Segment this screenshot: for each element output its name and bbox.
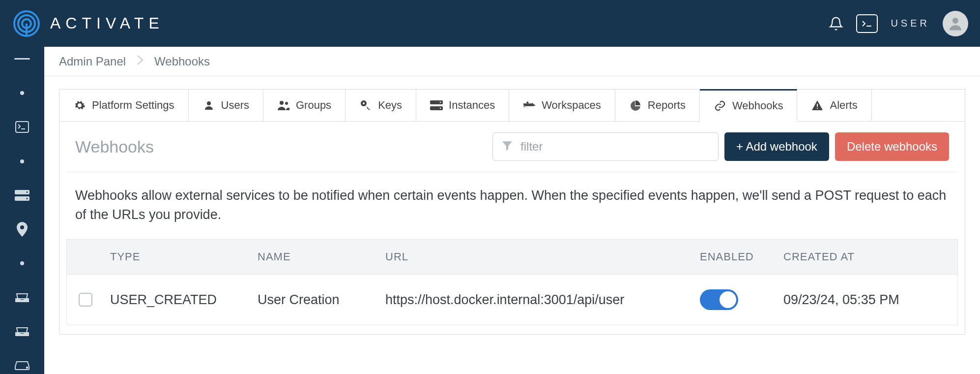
users-icon	[277, 99, 290, 112]
rail-item-3[interactable]	[12, 153, 32, 169]
panel-header: Webhooks + Add webhook Delete webhooks	[66, 122, 958, 172]
col-header-created[interactable]: CREATED AT	[783, 250, 946, 263]
svg-rect-6	[16, 122, 29, 132]
tab-reports[interactable]: Reports	[615, 90, 700, 121]
tab-label: Webhooks	[732, 99, 783, 112]
table-row[interactable]: USER_CREATEDUser Creationhttps://host.do…	[66, 274, 958, 325]
svg-point-21	[440, 102, 441, 103]
tab-label: Alerts	[830, 99, 857, 112]
svg-point-11	[27, 198, 28, 199]
breadcrumb-current: Webhooks	[154, 55, 210, 68]
add-webhook-button[interactable]: + Add webhook	[724, 132, 829, 161]
svg-point-12	[20, 225, 24, 229]
rail-terminal-icon[interactable]	[12, 119, 32, 135]
enabled-toggle[interactable]	[700, 289, 738, 310]
tab-label: Keys	[378, 99, 402, 112]
user-icon	[202, 99, 215, 112]
logo-icon	[12, 9, 41, 38]
tab-label: Groups	[296, 99, 331, 112]
delete-webhooks-button[interactable]: Delete webhooks	[835, 132, 949, 161]
svg-point-13	[27, 367, 28, 369]
gears-icon	[73, 99, 86, 112]
filter-input[interactable]	[520, 140, 710, 154]
col-header-url[interactable]: URL	[385, 250, 700, 263]
admin-tabs: Platform SettingsUsersGroupsKeysInstance…	[59, 90, 965, 122]
breadcrumb-separator-icon	[137, 55, 144, 68]
warning-icon	[811, 99, 824, 112]
tab-label: Reports	[648, 99, 686, 112]
rail-storage-icon[interactable]	[12, 187, 32, 203]
rail-inbox-icon-1[interactable]	[12, 289, 32, 306]
panel-description: Webhooks allow external services to be n…	[66, 172, 958, 239]
svg-point-22	[440, 108, 441, 109]
tab-label: Platform Settings	[92, 99, 174, 112]
svg-point-5	[952, 18, 958, 24]
terminal-icon[interactable]	[856, 14, 878, 33]
svg-point-10	[27, 191, 28, 193]
brand-logo[interactable]: ACTIVATE	[12, 9, 164, 38]
col-header-enabled[interactable]: ENABLED	[700, 250, 783, 263]
key-icon	[359, 99, 372, 112]
tab-label: Instances	[449, 99, 495, 112]
tab-keys[interactable]: Keys	[346, 90, 416, 121]
svg-point-18	[363, 102, 365, 104]
breadcrumb: Admin Panel Webhooks	[44, 47, 980, 76]
tab-groups[interactable]: Groups	[263, 90, 346, 121]
link-icon	[714, 99, 726, 112]
svg-point-14	[207, 101, 211, 105]
cell-type: USER_CREATED	[110, 292, 258, 308]
bell-icon[interactable]	[829, 16, 843, 31]
tab-users[interactable]: Users	[189, 90, 263, 121]
rail-menu-icon[interactable]	[12, 51, 32, 67]
row-checkbox[interactable]	[79, 293, 92, 307]
col-header-name[interactable]: NAME	[258, 250, 385, 263]
tab-platform-settings[interactable]: Platform Settings	[59, 90, 189, 121]
filter-box[interactable]	[492, 132, 719, 161]
rail-item-1[interactable]	[12, 85, 32, 101]
docker-icon	[523, 99, 536, 112]
tab-webhooks[interactable]: Webhooks	[700, 89, 798, 122]
rail-inbox-icon-2[interactable]	[12, 323, 32, 340]
brand-name: ACTIVATE	[50, 14, 164, 32]
rail-location-icon[interactable]	[12, 221, 32, 237]
user-label[interactable]: USER	[891, 18, 930, 29]
breadcrumb-root[interactable]: Admin Panel	[59, 55, 126, 68]
header-actions: USER	[829, 11, 968, 36]
top-header: ACTIVATE USER	[0, 0, 980, 47]
svg-rect-26	[527, 102, 529, 104]
table-header: TYPE NAME URL ENABLED CREATED AT	[66, 239, 958, 274]
avatar[interactable]	[943, 11, 968, 36]
filter-icon	[501, 139, 514, 154]
svg-point-15	[280, 101, 284, 105]
tab-alerts[interactable]: Alerts	[797, 90, 871, 121]
col-header-type[interactable]: TYPE	[110, 250, 258, 263]
content-card: Platform SettingsUsersGroupsKeysInstance…	[59, 89, 965, 335]
rail-item-6[interactable]	[12, 255, 32, 272]
tab-workspaces[interactable]: Workspaces	[509, 90, 615, 121]
side-rail	[0, 47, 44, 374]
rail-drive-icon[interactable]	[12, 358, 32, 374]
tab-label: Workspaces	[542, 99, 601, 112]
svg-rect-28	[817, 108, 818, 109]
server-icon	[430, 99, 443, 112]
panel-title: Webhooks	[75, 137, 487, 156]
svg-rect-27	[817, 104, 818, 107]
main-content: Admin Panel Webhooks Platform SettingsUs…	[44, 47, 980, 374]
svg-point-16	[285, 102, 288, 105]
cell-created: 09/23/24, 05:35 PM	[783, 292, 946, 308]
cell-url: https://host.docker.internal:3001/api/us…	[385, 292, 700, 308]
tab-label: Users	[221, 99, 249, 112]
piechart-icon	[629, 99, 642, 112]
cell-name: User Creation	[258, 292, 385, 308]
tab-instances[interactable]: Instances	[416, 90, 509, 121]
